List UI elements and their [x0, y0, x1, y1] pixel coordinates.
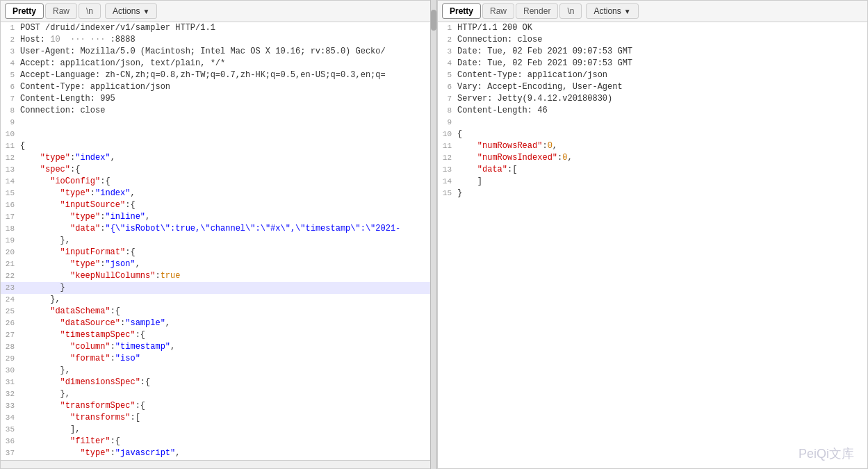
right-code-line-6: 6 Vary: Accept-Encoding, User-Agent [438, 81, 867, 93]
code-line-9: 9 [1, 117, 430, 129]
left-tab-raw[interactable]: Raw [45, 3, 77, 19]
right-tab-pretty[interactable]: Pretty [442, 3, 481, 19]
code-line-37: 37 "type":"javascript", [1, 447, 430, 459]
right-code-line-4: 4 Date: Tue, 02 Feb 2021 09:07:53 GMT [438, 58, 867, 69]
right-code-line-15: 15 } [438, 188, 867, 199]
right-tab-raw[interactable]: Raw [482, 3, 514, 19]
code-line-18: 18 "data":"{\"isRobot\":true,\"channel\"… [1, 223, 430, 235]
right-code-line-9: 9 [438, 117, 867, 129]
left-scrollbar[interactable] [1, 460, 430, 468]
left-toolbar: Pretty Raw \n Actions ▼ [1, 1, 430, 22]
code-line-25: 25 "dataSchema":{ [1, 306, 430, 318]
left-code-area[interactable]: 1 POST /druid/indexer/v1/sampler HTTP/1.… [1, 22, 430, 460]
code-line-15: 15 "type":"index", [1, 188, 430, 199]
code-line-35: 35 ], [1, 424, 430, 436]
code-line-11: 11 { [1, 140, 430, 152]
right-code-line-14: 14 ] [438, 176, 867, 188]
code-line-5: 5 Accept-Language: zh-CN,zh;q=0.8,zh-TW;… [1, 69, 430, 81]
code-line-13: 13 "spec":{ [1, 164, 430, 176]
code-line-26: 26 "dataSource":"sample", [1, 318, 430, 329]
right-code-line-10: 10 { [438, 129, 867, 140]
code-line-23: 23 } [1, 282, 430, 294]
code-line-22: 22 "keepNullColumns":true [1, 270, 430, 282]
right-actions-chevron-icon: ▼ [624, 8, 631, 15]
code-line-33: 33 "transformSpec":{ [1, 400, 430, 412]
code-line-36: 36 "filter":{ [1, 436, 430, 447]
right-code-line-5: 5 Content-Type: application/json [438, 69, 867, 81]
code-line-31: 31 "dimensionsSpec":{ [1, 377, 430, 388]
code-line-19: 19 }, [1, 235, 430, 247]
code-line-17: 17 "type":"inline", [1, 211, 430, 223]
right-panel: Pretty Raw Render \n Actions ▼ 1 HTTP/1.… [437, 0, 868, 469]
right-actions-label: Actions [593, 6, 621, 16]
code-line-29: 29 "format":"iso" [1, 353, 430, 365]
code-line-28: 28 "column":"timestamp", [1, 341, 430, 353]
code-line-8: 8 Connection: close [1, 105, 430, 117]
panels-container: Pretty Raw \n Actions ▼ 1 POST /druid/in… [0, 0, 868, 469]
left-actions-button[interactable]: Actions ▼ [105, 3, 157, 19]
code-line-7: 7 Content-Length: 995 [1, 93, 430, 105]
right-code-area[interactable]: 1 HTTP/1.1 200 OK 2 Connection: close 3 … [438, 22, 867, 468]
code-line-27: 27 "timestampSpec":{ [1, 329, 430, 341]
right-tab-render[interactable]: Render [516, 3, 558, 19]
code-line-21: 21 "type":"json", [1, 258, 430, 270]
left-actions-label: Actions [113, 6, 140, 16]
code-line-20: 20 "inputFormat":{ [1, 247, 430, 258]
right-code-line-11: 11 "numRowsRead":0, [438, 140, 867, 152]
right-code-line-1: 1 HTTP/1.1 200 OK [438, 22, 867, 34]
right-code-line-8: 8 Content-Length: 46 [438, 105, 867, 117]
code-line-14: 14 "ioConfig":{ [1, 176, 430, 188]
code-line-34: 34 "transforms":[ [1, 412, 430, 424]
right-actions-button[interactable]: Actions ▼ [586, 3, 638, 19]
code-line-6: 6 Content-Type: application/json [1, 81, 430, 93]
right-code-line-12: 12 "numRowsIndexed":0, [438, 152, 867, 164]
code-line-24: 24 }, [1, 294, 430, 306]
code-line-30: 30 }, [1, 365, 430, 377]
code-line-10: 10 [1, 129, 430, 140]
code-line-4: 4 Accept: application/json, text/plain, … [1, 58, 430, 69]
right-code-line-2: 2 Connection: close [438, 34, 867, 46]
right-code-line-7: 7 Server: Jetty(9.4.12.v20180830) [438, 93, 867, 105]
right-toolbar: Pretty Raw Render \n Actions ▼ [438, 1, 867, 22]
code-line-16: 16 "inputSource":{ [1, 199, 430, 211]
right-tab-newline[interactable]: \n [559, 3, 582, 19]
left-tab-newline[interactable]: \n [79, 3, 101, 19]
right-code-line-3: 3 Date: Tue, 02 Feb 2021 09:07:53 GMT [438, 46, 867, 58]
code-line-12: 12 "type":"index", [1, 152, 430, 164]
left-tab-pretty[interactable]: Pretty [5, 3, 44, 19]
left-panel: Pretty Raw \n Actions ▼ 1 POST /druid/in… [0, 0, 430, 469]
code-line-2: 2 Host: 10 ··· ··· :8888 [1, 34, 430, 46]
left-vertical-scrollbar[interactable] [430, 0, 437, 469]
code-line-3: 3 User-Agent: Mozilla/5.0 (Macintosh; In… [1, 46, 430, 58]
code-line-32: 32 }, [1, 388, 430, 400]
code-line-1: 1 POST /druid/indexer/v1/sampler HTTP/1.… [1, 22, 430, 34]
right-code-line-13: 13 "data":[ [438, 164, 867, 176]
left-actions-chevron-icon: ▼ [142, 8, 149, 15]
